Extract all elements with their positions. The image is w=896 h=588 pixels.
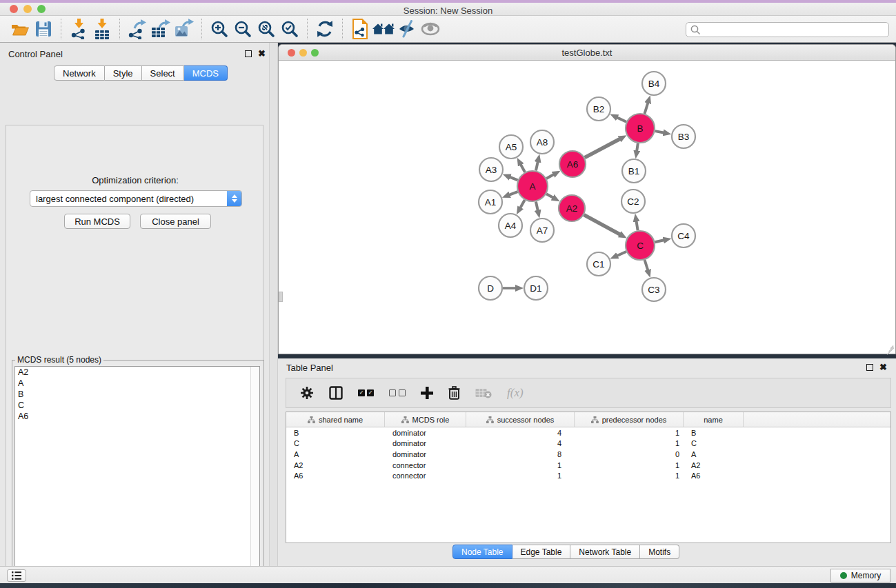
edge-A-A1[interactable] [508, 192, 517, 195]
node-B2[interactable]: B2 [587, 97, 610, 121]
export-network-button[interactable] [126, 17, 149, 41]
node-B1[interactable]: B1 [622, 159, 646, 183]
edge-B-B4[interactable] [644, 102, 648, 114]
hide-graphics-details-button[interactable] [395, 17, 419, 41]
node-A5[interactable]: A5 [499, 135, 523, 159]
edge-C-C2[interactable] [636, 221, 637, 231]
unselect-all-button[interactable] [389, 389, 406, 396]
network-canvas[interactable]: B4B2BB3A5A8A6A3B1AA1C2A2A4A7C4CC1C3DD1 [279, 61, 895, 354]
edge-A-A6[interactable] [546, 174, 555, 178]
destroy-table-button[interactable] [475, 387, 492, 398]
export-image-button[interactable] [172, 17, 196, 41]
close-panel-button[interactable]: Close panel [140, 214, 211, 229]
zoom-selected-button[interactable] [278, 17, 301, 41]
edge-A-A3[interactable] [509, 176, 518, 180]
panel-splitter[interactable] [269, 43, 278, 566]
mcds-result-item[interactable]: B [15, 389, 259, 400]
edge-B-B1[interactable] [637, 143, 638, 152]
first-neighbors-button[interactable] [372, 17, 395, 41]
add-column-button[interactable] [421, 387, 433, 399]
node-C[interactable]: C [626, 231, 655, 260]
node-B[interactable]: B [626, 114, 655, 143]
edge-C-C3[interactable] [645, 260, 648, 271]
memory-button[interactable]: Memory [830, 569, 890, 582]
node-A[interactable]: A [517, 171, 548, 201]
tab-style[interactable]: Style [105, 65, 142, 81]
node-A1[interactable]: A1 [479, 190, 502, 214]
zoom-in-button[interactable] [208, 17, 231, 41]
import-table-button[interactable] [90, 17, 114, 41]
table-row[interactable]: Bdominator41B [286, 427, 890, 438]
edge-A-A7[interactable] [536, 201, 538, 211]
vertical-scroll-thumb[interactable] [279, 292, 283, 302]
table-row[interactable]: A6connector11A6 [286, 470, 890, 481]
run-mcds-button[interactable]: Run MCDS [64, 214, 130, 229]
edge-C-C1[interactable] [617, 252, 626, 256]
export-table-button[interactable] [149, 17, 172, 41]
save-session-button[interactable] [32, 17, 55, 41]
column-header-name[interactable]: name [684, 412, 744, 427]
new-network-from-selection-button[interactable] [348, 17, 372, 41]
delete-column-button[interactable] [448, 386, 460, 400]
apply-layout-button[interactable] [313, 17, 337, 41]
mcds-result-item[interactable]: A [15, 378, 259, 389]
criterion-dropdown[interactable]: largest connected component (directed) [30, 190, 242, 207]
node-A3[interactable]: A3 [479, 158, 503, 181]
function-builder-button[interactable]: f(x) [507, 386, 524, 400]
node-D[interactable]: D [479, 276, 502, 300]
mcds-list-scrollbar[interactable] [250, 367, 259, 588]
column-header-shared-name[interactable]: shared name [286, 412, 385, 427]
node-C4[interactable]: C4 [672, 224, 695, 247]
tab-network-table[interactable]: Network Table [570, 545, 640, 559]
edge-C-C4[interactable] [655, 240, 664, 242]
show-tasks-button[interactable] [7, 569, 26, 582]
node-A7[interactable]: A7 [530, 219, 554, 242]
edge-A-A4[interactable] [520, 200, 525, 209]
tab-network[interactable]: Network [54, 65, 105, 81]
close-table-panel-icon[interactable]: ✖ [879, 364, 887, 371]
node-A6[interactable]: A6 [559, 151, 586, 177]
edge-B-B2[interactable] [616, 117, 626, 122]
tab-edge-table[interactable]: Edge Table [512, 545, 571, 559]
edge-A6-B[interactable] [585, 139, 621, 158]
select-all-button[interactable]: ✓ ✓ [358, 389, 374, 396]
edge-A-A5[interactable] [520, 164, 525, 172]
window-resize-grip[interactable] [886, 344, 895, 353]
float-panel-icon[interactable] [245, 50, 252, 57]
tab-mcds[interactable]: MCDS [184, 65, 228, 81]
mcds-result-item[interactable]: A2 [15, 367, 259, 378]
column-header-predecessor-nodes[interactable]: predecessor nodes [575, 412, 684, 427]
edge-A-A2[interactable] [546, 194, 554, 198]
node-B3[interactable]: B3 [672, 125, 695, 148]
table-settings-button[interactable] [300, 386, 314, 400]
mcds-result-item[interactable]: C [15, 400, 259, 411]
zoom-out-button[interactable] [231, 17, 255, 41]
search-input[interactable] [686, 22, 889, 37]
import-network-button[interactable] [67, 17, 90, 41]
float-table-panel-icon[interactable] [866, 364, 873, 371]
tab-select[interactable]: Select [142, 65, 184, 81]
node-B4[interactable]: B4 [642, 72, 666, 95]
node-A8[interactable]: A8 [530, 130, 554, 154]
table-row[interactable]: Cdominator41C [286, 438, 890, 449]
column-header-successor-nodes[interactable]: successor nodes [466, 412, 575, 427]
column-header-mcds-role[interactable]: MCDS role [385, 412, 466, 427]
mcds-result-item[interactable]: A6 [15, 411, 259, 422]
table-row[interactable]: A2connector11A2 [286, 460, 890, 471]
node-A2[interactable]: A2 [559, 195, 585, 221]
table-row[interactable]: Adominator80A [286, 449, 890, 460]
show-column-button[interactable] [329, 386, 343, 400]
open-file-button[interactable] [8, 17, 32, 41]
edge-A2-C[interactable] [584, 215, 621, 235]
edge-B-B3[interactable] [655, 131, 665, 133]
tab-motifs[interactable]: Motifs [640, 545, 679, 559]
zoom-fit-button[interactable] [255, 17, 278, 41]
edge-A-A8[interactable] [536, 161, 538, 170]
tab-node-table[interactable]: Node Table [452, 545, 512, 559]
node-D1[interactable]: D1 [524, 276, 548, 300]
node-C2[interactable]: C2 [621, 190, 645, 213]
show-graphics-details-button[interactable] [419, 17, 442, 41]
close-panel-icon[interactable]: ✖ [258, 50, 266, 57]
node-C1[interactable]: C1 [587, 252, 610, 276]
node-A4[interactable]: A4 [499, 214, 522, 237]
